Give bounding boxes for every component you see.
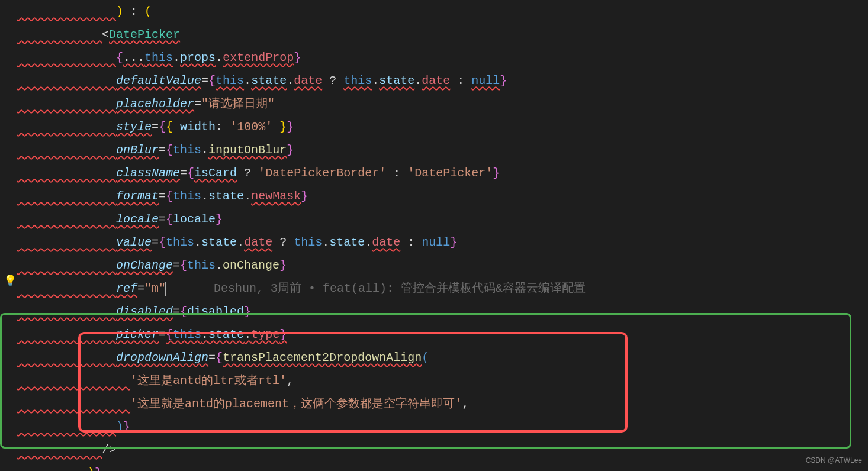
code-line[interactable]: defaultValue={this.state.date ? this.sta… bbox=[17, 69, 868, 92]
code-line[interactable]: format={this.state.newMask} bbox=[17, 185, 868, 208]
code-line[interactable]: value={this.state.date ? this.state.date… bbox=[17, 231, 868, 254]
code-line[interactable]: dropdownAlign={transPlacement2DropdownAl… bbox=[17, 346, 868, 369]
code-line[interactable]: onChange={this.onChange} bbox=[17, 254, 868, 277]
code-line[interactable]: '这里就是antd的placement，这俩个参数都是空字符串即可', bbox=[17, 392, 868, 415]
code-line[interactable]: locale={locale} bbox=[17, 208, 868, 231]
text-cursor bbox=[165, 282, 166, 296]
code-editor[interactable]: ) : ( <DatePicker {...this.props.extendP… bbox=[0, 0, 868, 471]
code-line[interactable]: {...this.props.extendProp} bbox=[17, 46, 868, 69]
code-line[interactable]: ) : ( bbox=[17, 0, 868, 23]
git-blame-annotation: Deshun, 3周前 • feat(all): 管控合并模板代码&容器云编译配… bbox=[214, 282, 586, 295]
code-line[interactable]: '这里是antd的ltr或者rtl', bbox=[17, 369, 868, 392]
code-line[interactable]: placeholder="请选择日期" bbox=[17, 92, 868, 115]
code-line[interactable]: ref="m"Deshun, 3周前 • feat(all): 管控合并模板代码… bbox=[17, 277, 868, 300]
code-line[interactable]: onBlur={this.inputOnBlur} bbox=[17, 138, 868, 162]
code-line[interactable]: picker={this.state.type} bbox=[17, 323, 868, 346]
lightbulb-icon[interactable]: 💡 bbox=[4, 271, 17, 292]
watermark: CSDN @ATWLee bbox=[806, 454, 862, 467]
code-line[interactable]: )} bbox=[17, 462, 868, 471]
code-line[interactable]: /> bbox=[17, 438, 868, 462]
code-line[interactable]: )} bbox=[17, 415, 868, 438]
code-line[interactable]: style={{ width: '100%' }} bbox=[17, 115, 868, 138]
code-line[interactable]: disabled={disabled} bbox=[17, 300, 868, 323]
code-line[interactable]: <DatePicker bbox=[17, 23, 868, 46]
code-line[interactable]: className={isCard ? 'DatePickerBorder' :… bbox=[17, 162, 868, 185]
